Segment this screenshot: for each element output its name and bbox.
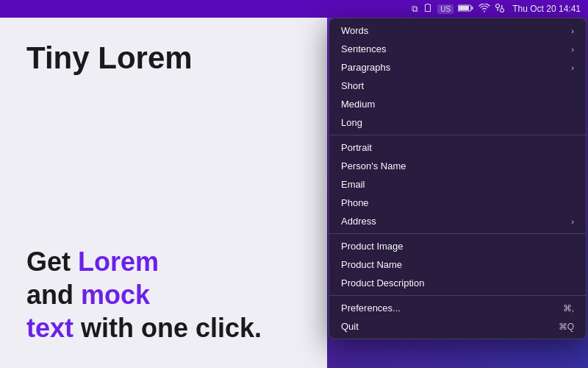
tagline-lorem: Lorem xyxy=(78,247,159,277)
menu-item-address[interactable]: Address › xyxy=(331,212,584,230)
chevron-icon: › xyxy=(571,26,574,35)
separator-1 xyxy=(329,135,586,135)
tagline-get: Get xyxy=(26,247,78,277)
menu-item-persons-name[interactable]: Person's Name xyxy=(331,157,584,175)
menu-item-portrait[interactable]: Portrait xyxy=(331,138,584,157)
main-area: Tiny Lorem Get Lorem and mock text with … xyxy=(0,18,588,368)
tagline: Get Lorem and mock text with one click. xyxy=(26,245,301,344)
menu-item-product-description[interactable]: Product Description xyxy=(331,274,584,292)
preferences-shortcut: ⌘, xyxy=(563,303,574,314)
right-panel: Words › Sentences › Paragraphs › Short M… xyxy=(327,18,588,368)
svg-rect-6 xyxy=(498,8,499,11)
menu-item-paragraphs[interactable]: Paragraphs › xyxy=(331,58,584,77)
svg-point-3 xyxy=(496,4,500,7)
quit-shortcut: ⌘Q xyxy=(559,322,574,332)
tagline-and: and xyxy=(26,280,81,310)
us-flag-icon: US xyxy=(437,4,453,14)
menu-item-long[interactable]: Long xyxy=(331,113,584,132)
clipboard-icon xyxy=(423,3,433,15)
menu-item-product-name[interactable]: Product Name xyxy=(331,255,584,274)
menubar-time: Thu Oct 20 14:41 xyxy=(512,4,581,14)
chevron-icon: › xyxy=(571,217,574,226)
menu-item-medium[interactable]: Medium xyxy=(331,95,584,113)
menu-item-product-image[interactable]: Product Image xyxy=(331,237,584,255)
separator-2 xyxy=(329,233,586,234)
menu-item-quit[interactable]: Quit ⌘Q xyxy=(331,317,584,336)
svg-rect-5 xyxy=(501,5,503,8)
svg-point-4 xyxy=(501,8,504,12)
battery-icon xyxy=(458,4,474,15)
app-title: Tiny Lorem xyxy=(26,41,301,75)
menubar-icons: ⧉ US xyxy=(412,3,581,15)
menu-item-short[interactable]: Short xyxy=(331,77,584,95)
left-panel: Tiny Lorem Get Lorem and mock text with … xyxy=(0,18,327,368)
tagline-with: with one click. xyxy=(74,313,262,343)
menu-item-email[interactable]: Email xyxy=(331,175,584,194)
chevron-icon: › xyxy=(571,63,574,72)
chevron-icon: › xyxy=(571,45,574,54)
menubar: ⧉ US xyxy=(0,0,588,18)
svg-rect-2 xyxy=(472,7,473,10)
menu-item-sentences[interactable]: Sentences › xyxy=(331,40,584,58)
menu-item-words[interactable]: Words › xyxy=(331,21,584,40)
menu-item-preferences[interactable]: Preferences... ⌘, xyxy=(331,299,584,317)
wifi-icon xyxy=(478,4,490,15)
tagline-mock: mock xyxy=(81,280,150,310)
svg-rect-1 xyxy=(459,6,469,10)
tagline-text: text xyxy=(26,313,74,343)
separator-3 xyxy=(329,295,586,296)
menu-item-phone[interactable]: Phone xyxy=(331,194,584,212)
context-menu: Words › Sentences › Paragraphs › Short M… xyxy=(329,18,587,339)
copy-icon: ⧉ xyxy=(412,4,418,14)
control-center-icon xyxy=(495,3,505,15)
